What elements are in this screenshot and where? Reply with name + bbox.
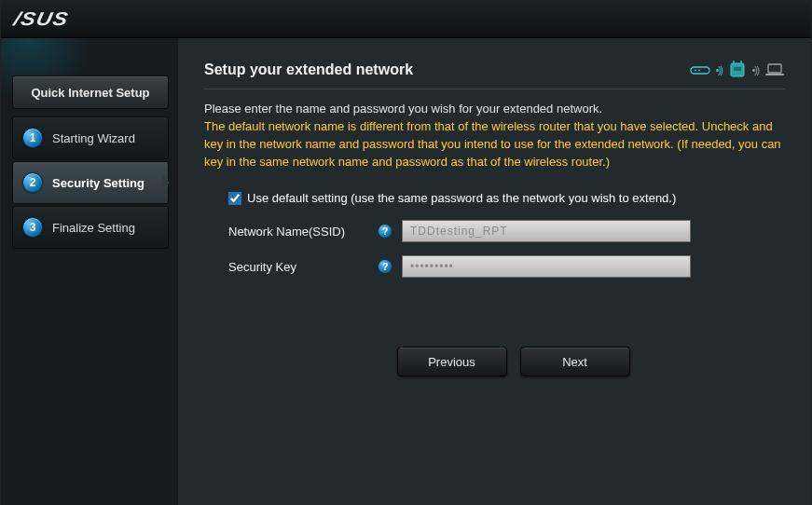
step-label: Security Setting [52, 176, 145, 190]
laptop-icon [764, 63, 785, 76]
svg-rect-8 [765, 74, 784, 75]
signal-icon: •)) [716, 65, 723, 75]
brand-logo: /SUS [12, 8, 71, 30]
step-number-icon: 3 [22, 217, 43, 238]
instructions: Please enter the name and password you w… [204, 101, 785, 171]
main-panel: Setup your extended network •)) •)) [178, 38, 811, 505]
security-key-label: Security Key [228, 260, 378, 274]
sidebar-title: Quick Internet Setup [12, 75, 169, 109]
sidebar-step-security-setting[interactable]: 2 Security Setting [12, 161, 169, 204]
use-default-checkbox[interactable] [228, 192, 241, 205]
security-key-input[interactable] [402, 255, 691, 278]
signal-icon-dim: •)) [752, 65, 759, 75]
app-header: /SUS [1, 1, 811, 38]
page-title: Setup your extended network [204, 61, 413, 78]
next-button[interactable]: Next [520, 347, 630, 376]
svg-rect-7 [768, 64, 781, 73]
network-topology-icons: •)) •)) [690, 61, 785, 79]
ssid-label: Network Name(SSID) [228, 225, 378, 239]
router-icon [690, 63, 710, 76]
svg-rect-6 [734, 67, 741, 71]
instruction-line: Please enter the name and password you w… [204, 101, 785, 118]
sidebar-step-starting-wizard[interactable]: 1 Starting Wizard [12, 116, 169, 159]
sidebar: Quick Internet Setup 1 Starting Wizard 2… [1, 38, 178, 505]
previous-button[interactable]: Previous [397, 347, 507, 376]
step-label: Finalize Setting [52, 221, 135, 235]
step-number-icon: 2 [22, 172, 43, 193]
repeater-icon [728, 61, 747, 79]
ssid-input[interactable] [402, 220, 691, 242]
help-icon[interactable]: ? [378, 224, 392, 239]
step-number-icon: 1 [22, 128, 43, 148]
instruction-warning: The default network name is different fr… [204, 118, 785, 171]
step-label: Starting Wizard [52, 131, 135, 145]
help-icon[interactable]: ? [378, 259, 392, 274]
svg-point-2 [698, 70, 700, 72]
sidebar-step-finalize-setting[interactable]: 3 Finalize Setting [12, 206, 169, 249]
svg-point-1 [695, 70, 696, 72]
use-default-label: Use default setting (use the same passwo… [247, 191, 676, 205]
